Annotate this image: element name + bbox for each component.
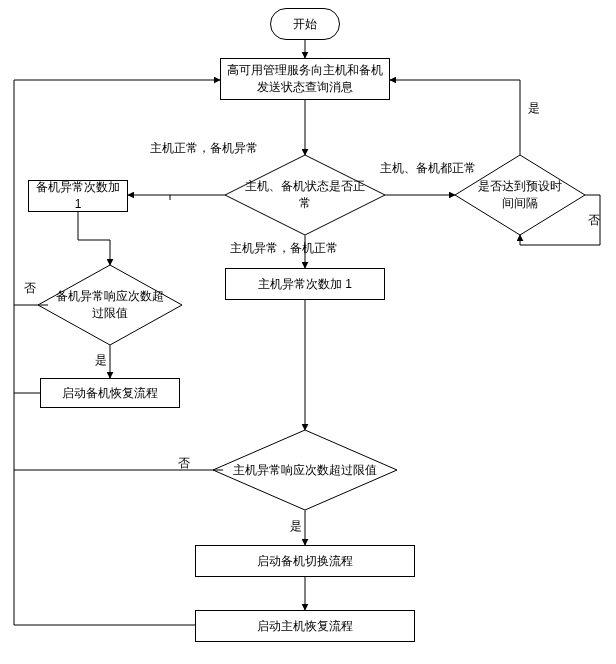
start-backup-switch-label: 启动备机切换流程	[257, 553, 353, 570]
edge-label-both-ok: 主机、备机都正常	[380, 160, 476, 177]
edge-label-interval-yes: 是	[528, 100, 540, 117]
start-backup-switch-node: 启动备机切换流程	[195, 545, 415, 577]
edge-label-primary-limit-no: 否	[178, 455, 190, 472]
backup-abn-inc-label: 备机异常次数加 1	[33, 179, 123, 213]
start-backup-recover-node: 启动备机恢复流程	[40, 378, 180, 408]
primary-abn-inc-label: 主机异常次数加 1	[258, 276, 352, 293]
status-check-node: 主机、备机状态是否正常	[225, 155, 385, 235]
start-primary-recover-label: 启动主机恢复流程	[257, 618, 353, 635]
primary-abn-inc-node: 主机异常次数加 1	[225, 268, 385, 300]
edge-label-primary-ok-backup-abn: 主机正常，备机异常	[150, 140, 258, 157]
edge-label-interval-no: 否	[588, 212, 600, 229]
edge-label-backup-limit-no: 否	[24, 280, 36, 297]
start-node: 开始	[270, 8, 340, 40]
primary-limit-label: 主机异常响应次数超过限值	[233, 462, 377, 479]
start-backup-recover-label: 启动备机恢复流程	[62, 385, 158, 402]
edge-label-primary-limit-yes: 是	[290, 518, 302, 535]
edge-label-primary-abn-backup-ok: 主机异常，备机正常	[230, 240, 338, 257]
start-label: 开始	[293, 16, 317, 33]
send-query-label: 高可用管理服务向主机和备机发送状态查询消息	[225, 62, 385, 96]
edge-label-backup-limit-yes: 是	[95, 352, 107, 369]
backup-abn-inc-node: 备机异常次数加 1	[28, 180, 128, 212]
start-primary-recover-node: 启动主机恢复流程	[195, 610, 415, 642]
send-query-node: 高可用管理服务向主机和备机发送状态查询消息	[220, 58, 390, 100]
status-check-label: 主机、备机状态是否正常	[243, 178, 367, 212]
backup-limit-node: 备机异常响应次数超过限值	[38, 265, 182, 345]
interval-check-label: 是否达到预设时间间隔	[473, 178, 567, 212]
backup-limit-label: 备机异常响应次数超过限值	[56, 288, 164, 322]
primary-limit-node: 主机异常响应次数超过限值	[213, 430, 397, 510]
